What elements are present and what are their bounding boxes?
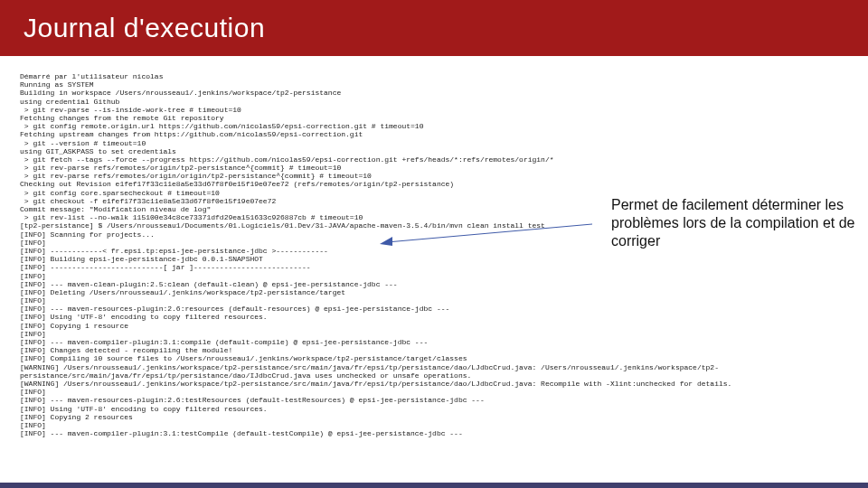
- annotation-text: Permet de facilement déterminer les prob…: [611, 196, 855, 250]
- header-bar: Journal d'execution: [0, 0, 868, 56]
- slide-title: Journal d'execution: [24, 13, 265, 43]
- execution-log: Démarré par l'utilisateur nicolas Runnin…: [20, 72, 859, 437]
- footer-bar: [0, 483, 868, 488]
- slide-content: Démarré par l'utilisateur nicolas Runnin…: [0, 56, 868, 437]
